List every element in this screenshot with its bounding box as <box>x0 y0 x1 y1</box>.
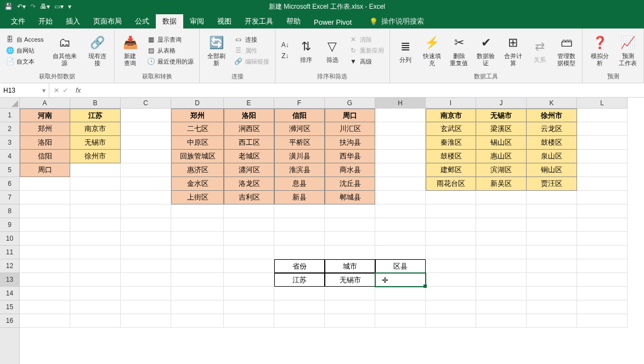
cell-K6[interactable]: 贾汪区 <box>527 177 577 191</box>
cell-D3[interactable]: 中原区 <box>171 136 224 150</box>
cell-J3[interactable]: 锡山区 <box>476 136 527 150</box>
cell-F6[interactable]: 息县 <box>274 177 325 191</box>
refresh-all-button[interactable]: 🔄全部刷新 <box>203 33 229 67</box>
cell-H7[interactable] <box>375 191 426 204</box>
cell-H6[interactable] <box>375 177 426 191</box>
cell-A8[interactable] <box>20 204 70 218</box>
cell-B1[interactable]: 江苏 <box>70 109 121 122</box>
cell-G10[interactable] <box>325 232 375 246</box>
cell-L10[interactable] <box>577 232 628 246</box>
cell-E1[interactable]: 洛阳 <box>224 109 274 122</box>
sort-button[interactable]: ⇅排序 <box>294 37 318 65</box>
cell-D1[interactable]: 郑州 <box>171 109 224 122</box>
cell-J11[interactable] <box>476 246 527 259</box>
cell-F11[interactable] <box>274 246 325 259</box>
cell-C4[interactable] <box>121 150 171 163</box>
from-text-button[interactable]: 📄自文本 <box>3 56 46 66</box>
cell-D5[interactable]: 惠济区 <box>171 163 224 177</box>
column-header-J[interactable]: J <box>476 98 527 108</box>
cell-H14[interactable] <box>375 287 426 300</box>
tab-view[interactable]: 视图 <box>211 14 238 29</box>
from-table-button[interactable]: ▤从表格 <box>144 46 196 55</box>
cell-B2[interactable]: 南京市 <box>70 122 121 136</box>
from-web-button[interactable]: 🌐自网站 <box>3 46 46 55</box>
cell-G15[interactable] <box>325 300 375 314</box>
cell-G4[interactable]: 西华县 <box>325 150 375 163</box>
cell-B12[interactable] <box>70 259 121 273</box>
cell-D9[interactable] <box>171 218 224 232</box>
cell-D4[interactable]: 回族管城区 <box>171 150 224 163</box>
from-other-button[interactable]: 🗂自其他来源 <box>48 33 81 67</box>
cell-G14[interactable] <box>325 287 375 300</box>
cell-E16[interactable] <box>224 314 274 328</box>
tab-dev[interactable]: 开发工具 <box>238 14 280 29</box>
cell-L7[interactable] <box>577 191 628 204</box>
cell-E11[interactable] <box>224 246 274 259</box>
row-header-5[interactable]: 5 <box>0 163 19 177</box>
cell-C11[interactable] <box>121 246 171 259</box>
cell-K3[interactable]: 鼓楼区 <box>527 136 577 150</box>
data-validation-button[interactable]: ✔数据验 证 <box>473 33 498 67</box>
cell-E5[interactable]: 瀍河区 <box>224 163 274 177</box>
cell-D10[interactable] <box>171 232 224 246</box>
cell-I15[interactable] <box>426 300 476 314</box>
column-header-G[interactable]: G <box>325 98 375 108</box>
cell-J14[interactable] <box>476 287 527 300</box>
cell-C10[interactable] <box>121 232 171 246</box>
cell-A10[interactable] <box>20 232 70 246</box>
cell-I8[interactable] <box>426 204 476 218</box>
cell-E7[interactable]: 吉利区 <box>224 191 274 204</box>
cell-B10[interactable] <box>70 232 121 246</box>
cell-I11[interactable] <box>426 246 476 259</box>
cell-I3[interactable]: 秦淮区 <box>426 136 476 150</box>
cell-G8[interactable] <box>325 204 375 218</box>
cell-G6[interactable]: 沈丘县 <box>325 177 375 191</box>
cell-H12[interactable]: 区县 <box>375 259 426 273</box>
tab-home[interactable]: 开始 <box>32 14 59 29</box>
cell-E15[interactable] <box>224 300 274 314</box>
cell-B5[interactable] <box>70 163 121 177</box>
qat-more-icon[interactable]: ▾ <box>68 3 71 10</box>
cell-J7[interactable] <box>476 191 527 204</box>
cell-G5[interactable]: 商水县 <box>325 163 375 177</box>
undo-icon[interactable]: ↶▾ <box>17 3 26 10</box>
cell-F16[interactable] <box>274 314 325 328</box>
column-header-L[interactable]: L <box>577 98 628 108</box>
cell-F9[interactable] <box>274 218 325 232</box>
cell-K11[interactable] <box>527 246 577 259</box>
cell-L14[interactable] <box>577 287 628 300</box>
cell-H15[interactable] <box>375 300 426 314</box>
quickprint-icon[interactable]: 🖶▾ <box>40 3 50 10</box>
fx-icon[interactable]: fx <box>72 87 84 94</box>
cell-G1[interactable]: 周口 <box>325 109 375 122</box>
cell-K9[interactable] <box>527 218 577 232</box>
cell-L1[interactable] <box>577 109 628 122</box>
worksheet-grid[interactable]: 河南江苏郑州洛阳信阳周口南京市无锡市徐州市郑州南京市二七区涧西区浉河区川汇区玄武… <box>20 109 644 328</box>
namebox-dropdown-icon[interactable]: ▾ <box>42 87 46 94</box>
filter-button[interactable]: ▽筛选 <box>320 37 344 65</box>
cell-E13[interactable] <box>224 273 274 287</box>
cell-B15[interactable] <box>70 300 121 314</box>
tab-help[interactable]: 帮助 <box>280 14 307 29</box>
cell-B3[interactable]: 无锡市 <box>70 136 121 150</box>
cell-L4[interactable] <box>577 150 628 163</box>
cell-D13[interactable] <box>171 273 224 287</box>
cell-F10[interactable] <box>274 232 325 246</box>
tell-me-search[interactable]: 💡 操作说明搜索 <box>365 14 428 29</box>
cell-J16[interactable] <box>476 314 527 328</box>
column-header-A[interactable]: A <box>20 98 70 108</box>
cell-G12[interactable]: 城市 <box>325 259 375 273</box>
cell-H4[interactable] <box>375 150 426 163</box>
cell-E6[interactable]: 洛龙区 <box>224 177 274 191</box>
cell-A6[interactable] <box>20 177 70 191</box>
cell-L5[interactable] <box>577 163 628 177</box>
cell-G16[interactable] <box>325 314 375 328</box>
forecast-sheet-button[interactable]: 📈预测 工作表 <box>615 33 640 67</box>
cell-L3[interactable] <box>577 136 628 150</box>
cell-H10[interactable] <box>375 232 426 246</box>
cell-A3[interactable]: 洛阳 <box>20 136 70 150</box>
show-queries-button[interactable]: ▦显示查询 <box>144 35 196 44</box>
cell-I16[interactable] <box>426 314 476 328</box>
cell-F1[interactable]: 信阳 <box>274 109 325 122</box>
cell-L15[interactable] <box>577 300 628 314</box>
